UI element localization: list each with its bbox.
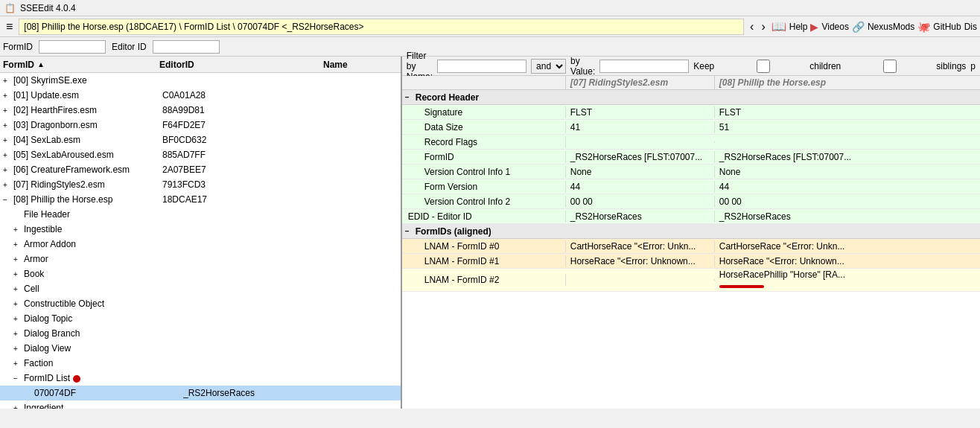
children-checkbox-label[interactable]: children <box>719 60 841 73</box>
expand-button[interactable]: + <box>3 77 13 85</box>
tree-row[interactable]: +Ingredient <box>0 400 401 409</box>
tree-row[interactable]: −[08] Phillip the Horse.esp18DCAE17 <box>0 192 401 207</box>
expand-button[interactable]: + <box>13 404 24 409</box>
filter-value-input[interactable] <box>599 60 689 73</box>
right-body[interactable]: −Record HeaderSignatureFLSTFLSTData Size… <box>402 90 980 409</box>
grid-section-header[interactable]: −FormIDs (aligned) <box>402 224 980 239</box>
and-select[interactable]: and or <box>531 59 566 74</box>
expand-button[interactable]: − <box>3 196 13 204</box>
grid-row[interactable]: Version Control Info 1NoneNone <box>402 165 980 179</box>
tree-row[interactable]: +Armor Addon <box>0 237 401 252</box>
tree-body[interactable]: +[00] SkyrimSE.exe+[01] Update.esmC0A01A… <box>0 73 401 409</box>
grid-cell-col1: _RS2HorseRaces <box>566 211 715 223</box>
expand-button[interactable]: + <box>13 345 24 353</box>
grid-cell-label: LNAM - FormID #2 <box>402 274 566 286</box>
expand-button[interactable]: + <box>13 285 24 293</box>
section-expand-button[interactable]: − <box>402 93 413 101</box>
tree-row[interactable]: +Armor <box>0 252 401 266</box>
tree-row[interactable]: +Dialog View <box>0 341 401 356</box>
grid-cell-label: Signature <box>402 106 566 118</box>
tree-row[interactable]: +Ingestible <box>0 222 401 237</box>
expand-button[interactable]: + <box>13 255 24 263</box>
tree-row[interactable]: +Constructible Object <box>0 296 401 311</box>
grid-cell-label: Form Version <box>402 181 566 193</box>
expand-button[interactable]: + <box>3 121 13 130</box>
tree-formid-cell: Armor Addon <box>24 239 173 249</box>
siblings-checkbox-label[interactable]: siblings <box>845 60 966 73</box>
grid-cell-col1: 44 <box>566 181 715 193</box>
right-col2-header: [08] Phillip the Horse.esp <box>715 76 980 89</box>
formid-label: FormID <box>3 42 33 52</box>
app-title: SSEEdit 4.0.4 <box>20 3 76 13</box>
grid-cell-col2: 44 <box>715 181 980 193</box>
expand-button[interactable]: + <box>13 240 24 249</box>
grid-cell-col2: _RS2HorseRaces [FLST:07007... <box>715 151 980 163</box>
tree-formid-cell: [04] SexLab.esm <box>13 135 162 145</box>
tree-row[interactable]: +[02] HearthFires.esm88A99D81 <box>0 103 401 118</box>
grid-row[interactable]: LNAM - FormID #1HorseRace "<Error: Unkno… <box>402 254 980 269</box>
grid-row[interactable]: EDID - Editor ID_RS2HorseRaces_RS2HorseR… <box>402 209 980 224</box>
formid-input[interactable] <box>39 40 106 54</box>
expand-button[interactable]: + <box>13 360 24 368</box>
tree-header: FormID ▲ EditorID Name <box>0 57 401 73</box>
tree-row[interactable]: +Dialog Topic <box>0 311 401 326</box>
tree-row[interactable]: −FormID List <box>0 371 401 386</box>
grid-cell-col2: 00 00 <box>715 196 980 208</box>
section-expand-button[interactable]: − <box>402 227 413 235</box>
grid-cell-col1: FLST <box>566 106 715 118</box>
tree-formid-cell: Cell <box>24 284 173 294</box>
expand-button[interactable]: + <box>3 181 13 189</box>
tree-row[interactable]: +Dialog Branch <box>0 326 401 341</box>
back-button[interactable]: ‹ <box>747 19 757 34</box>
tree-row[interactable]: +[01] Update.esmC0A01A28 <box>0 88 401 103</box>
forward-button[interactable]: › <box>758 19 768 34</box>
tree-row[interactable]: File Header <box>0 207 401 222</box>
tree-row[interactable]: +[05] SexLabAroused.esm885AD7FF <box>0 147 401 162</box>
expand-button[interactable]: + <box>3 92 13 100</box>
section-label: Record Header <box>413 92 479 103</box>
videos-icon: ▶ <box>810 21 818 33</box>
tree-row[interactable]: +[04] SexLab.esmBF0CD632 <box>0 132 401 147</box>
tree-row[interactable]: 070074DF_RS2HorseRaces <box>0 386 401 400</box>
grid-row[interactable]: Data Size4151 <box>402 120 980 135</box>
grid-row[interactable]: Version Control Info 200 0000 00 <box>402 194 980 209</box>
grid-cell-col1: CartHorseRace "<Error: Unkn... <box>566 240 715 252</box>
grid-row[interactable]: LNAM - FormID #0CartHorseRace "<Error: U… <box>402 239 980 254</box>
grid-cell-col2: CartHorseRace "<Error: Unkn... <box>715 240 980 252</box>
tree-row[interactable]: +[03] Dragonborn.esmF64FD2E7 <box>0 118 401 132</box>
expand-button[interactable]: + <box>13 300 24 308</box>
children-checkbox[interactable] <box>719 60 808 73</box>
siblings-checkbox[interactable] <box>845 60 935 73</box>
expand-button[interactable]: + <box>3 151 13 159</box>
tree-formid-cell: [02] HearthFires.esm <box>13 105 162 115</box>
formid-col-header: FormID <box>3 60 34 70</box>
expand-button[interactable]: + <box>3 106 13 115</box>
tree-row[interactable]: +Faction <box>0 356 401 371</box>
tree-row[interactable]: +[00] SkyrimSE.exe <box>0 73 401 88</box>
grid-row[interactable]: LNAM - FormID #2HorseRacePhillip "Horse"… <box>402 269 980 292</box>
expand-button[interactable]: + <box>13 226 24 234</box>
filter-name-input[interactable] <box>437 60 526 73</box>
tree-row[interactable]: +Book <box>0 266 401 281</box>
grid-row[interactable]: Form Version4444 <box>402 179 980 194</box>
tree-formid-cell: Book <box>24 269 173 279</box>
expand-button[interactable]: + <box>13 270 24 278</box>
tree-row[interactable]: +[06] CreatureFramework.esm2A07BEE7 <box>0 162 401 177</box>
expand-button[interactable]: + <box>13 315 24 323</box>
menu-button[interactable]: ≡ <box>3 19 16 34</box>
editorid-label: Editor ID <box>112 42 147 52</box>
grid-cell-col2-text: HorseRacePhillip "Horse" [RA... <box>719 269 976 280</box>
expand-button[interactable]: − <box>13 374 24 383</box>
tree-row[interactable]: +Cell <box>0 281 401 296</box>
editorid-input[interactable] <box>153 40 220 54</box>
expand-button[interactable]: + <box>3 166 13 174</box>
tree-formid-cell: [06] CreatureFramework.esm <box>13 165 162 175</box>
grid-row[interactable]: FormID_RS2HorseRaces [FLST:07007..._RS2H… <box>402 150 980 165</box>
grid-row[interactable]: SignatureFLSTFLST <box>402 105 980 120</box>
tree-row[interactable]: +[07] RidingStyles2.esm7913FCD3 <box>0 177 401 192</box>
expand-button[interactable]: + <box>3 136 13 144</box>
expand-button[interactable]: + <box>13 330 24 338</box>
grid-section-header[interactable]: −Record Header <box>402 90 980 105</box>
tree-formid-cell: FormID List <box>24 373 173 383</box>
grid-row[interactable]: Record Flags <box>402 135 980 150</box>
